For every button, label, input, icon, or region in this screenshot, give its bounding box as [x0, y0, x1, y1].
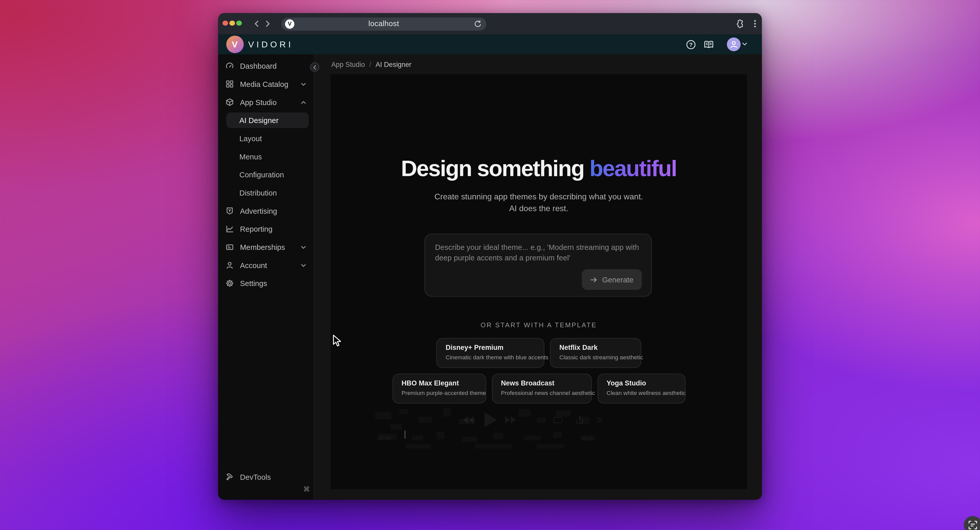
grid-icon: [226, 80, 234, 88]
template-row-2: HBO Max Elegant Premium purple-accented …: [331, 374, 747, 404]
sidebar-item-settings[interactable]: Settings: [218, 274, 314, 292]
time-current: 00:00: [377, 435, 391, 441]
sidebar-item-memberships[interactable]: Memberships: [218, 238, 314, 256]
chevron-down-icon: [301, 263, 306, 267]
chevron-down-icon: [301, 82, 306, 86]
gear-icon: [226, 279, 234, 287]
ai-designer-canvas: 00:00 01:00 Design something beautiful C…: [331, 74, 747, 489]
template-row-1: Disney+ Premium Cinematic dark theme wit…: [331, 338, 747, 368]
skip-forward-icon: [505, 416, 515, 424]
membership-card-icon: [226, 243, 234, 251]
gauge-icon: [226, 62, 234, 70]
page-subtitle: Create stunning app themes by describing…: [331, 190, 747, 214]
sidebar-collapse-button[interactable]: [310, 62, 320, 72]
help-icon[interactable]: ?: [686, 39, 696, 49]
sidebar-item-dashboard[interactable]: Dashboard: [218, 57, 314, 75]
sidebar: Dashboard Media Catalog App Studio: [218, 54, 314, 500]
arrow-right-icon: [590, 276, 598, 283]
page-title: Design something beautiful: [331, 156, 747, 182]
prompt-card: Generate: [424, 234, 652, 297]
page-title-accent: beautiful: [590, 156, 676, 181]
docs-book-icon[interactable]: [703, 39, 714, 49]
screen-capture-button[interactable]: [964, 516, 980, 530]
sidebar-item-reporting[interactable]: Reporting: [218, 220, 314, 238]
app-header: V VIDORI ?: [218, 34, 762, 54]
vidori-logo: V: [226, 36, 243, 53]
sidebar-item-distribution[interactable]: Distribution: [218, 184, 314, 202]
breadcrumb-page: AI Designer: [375, 60, 412, 68]
sidebar-item-media-catalog[interactable]: Media Catalog: [218, 75, 314, 93]
captions-icon: [553, 417, 563, 424]
breadcrumb: App Studio / AI Designer: [331, 54, 412, 74]
browser-toolbar: V localhost: [218, 13, 762, 34]
breadcrumb-section[interactable]: App Studio: [331, 60, 365, 68]
sidebar-item-devtools[interactable]: DevTools: [218, 468, 314, 486]
sidebar-item-configuration[interactable]: Configuration: [218, 165, 314, 184]
user-icon: [226, 261, 234, 269]
breadcrumb-separator: /: [369, 60, 371, 68]
scan-text-icon: [968, 520, 978, 530]
browser-menu-icon[interactable]: [751, 19, 759, 29]
forward-button[interactable]: [263, 19, 272, 28]
url-text: localhost: [281, 17, 487, 30]
expand-chevrons-icon: [596, 416, 603, 424]
reload-icon[interactable]: [474, 20, 482, 28]
template-card-netflix-dark[interactable]: Netflix Dark Classic dark streaming aest…: [550, 338, 641, 368]
share-icon: [576, 416, 584, 424]
hammer-icon: [226, 473, 234, 481]
chart-line-icon: [226, 225, 234, 233]
generate-button[interactable]: Generate: [582, 269, 642, 290]
close-window-button[interactable]: [223, 21, 228, 26]
chevron-up-icon: [301, 100, 306, 104]
mouse-cursor: [332, 334, 342, 347]
zoom-window-button[interactable]: [236, 21, 242, 26]
template-card-yoga-studio[interactable]: Yoga Studio Clean white wellness aesthet…: [597, 374, 686, 404]
skip-back-icon: [463, 416, 474, 424]
avatar[interactable]: [727, 37, 741, 51]
chevron-down-icon: [301, 245, 306, 249]
sidebar-item-ai-designer[interactable]: AI Designer: [226, 113, 309, 128]
sidebar-item-account[interactable]: Account: [218, 256, 314, 274]
browser-window: V localhost V VIDORI: [218, 13, 762, 500]
play-icon: [484, 413, 497, 427]
template-card-hbo-max-elegant[interactable]: HBO Max Elegant Premium purple-accented …: [392, 374, 486, 404]
account-menu-chevron-icon[interactable]: [742, 42, 748, 46]
brand-name: VIDORI: [248, 34, 293, 54]
minimize-window-button[interactable]: [229, 21, 235, 26]
template-card-disney-premium[interactable]: Disney+ Premium Cinematic dark theme wit…: [436, 338, 544, 368]
svg-text:?: ?: [689, 41, 692, 48]
back-button[interactable]: [253, 19, 261, 28]
progress-tick: [404, 430, 406, 438]
templates-heading: OR START WITH A TEMPLATE: [331, 321, 747, 328]
sidebar-item-layout[interactable]: Layout: [218, 129, 314, 148]
cube-icon: [226, 98, 234, 106]
sidebar-item-menus[interactable]: Menus: [218, 148, 314, 165]
time-total: 01:00: [582, 435, 596, 441]
advertising-icon: [226, 207, 234, 215]
main-content: App Studio / AI Designer: [314, 54, 762, 500]
template-card-news-broadcast[interactable]: News Broadcast Professional news channel…: [492, 374, 592, 404]
command-key-glyph: ⌘: [303, 486, 310, 494]
sidebar-item-app-studio[interactable]: App Studio: [218, 93, 314, 111]
address-bar[interactable]: V localhost: [281, 17, 487, 30]
sidebar-item-advertising[interactable]: Advertising: [218, 202, 314, 220]
extensions-icon[interactable]: [734, 19, 745, 29]
desktop: V localhost V VIDORI: [0, 0, 980, 530]
